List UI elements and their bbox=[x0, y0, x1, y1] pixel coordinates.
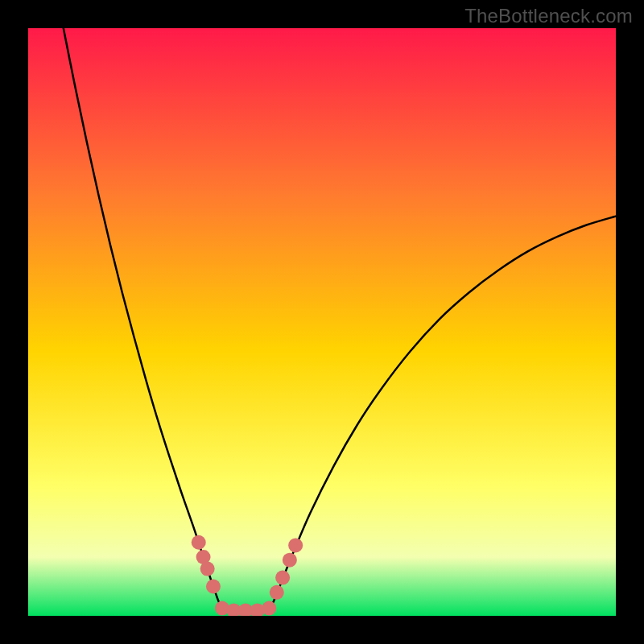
bottleneck-curve-chart bbox=[28, 28, 616, 616]
data-marker bbox=[262, 601, 276, 616]
plot-area bbox=[28, 28, 616, 616]
data-marker bbox=[192, 535, 206, 550]
data-marker bbox=[270, 585, 284, 600]
data-marker bbox=[200, 562, 215, 576]
watermark-text: TheBottleneck.com bbox=[464, 5, 633, 27]
data-marker bbox=[288, 538, 303, 552]
data-marker bbox=[283, 553, 297, 568]
chart-frame: TheBottleneck.com bbox=[0, 0, 644, 644]
gradient-background bbox=[28, 28, 616, 616]
data-marker bbox=[275, 571, 290, 585]
data-marker bbox=[206, 580, 221, 594]
